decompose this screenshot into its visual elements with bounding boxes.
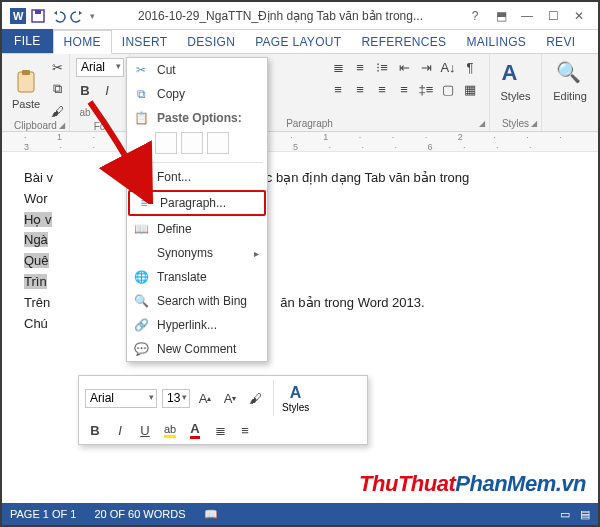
mini-toolbar: Arial 13 A▴ A▾ 🖌 A Styles B I U ab A ≣ ≡: [78, 375, 368, 445]
group-editing: 🔍 Editing: [542, 54, 598, 131]
menu-search-bing[interactable]: 🔍Search with Bing: [127, 289, 267, 313]
line-spacing-icon[interactable]: ‡≡: [417, 80, 435, 98]
redo-icon[interactable]: [70, 8, 86, 24]
styles-button[interactable]: A Styles: [496, 58, 535, 104]
mini-italic-button[interactable]: I: [110, 420, 130, 440]
search-icon: 🔍: [133, 293, 149, 309]
spelling-icon[interactable]: 📖: [204, 508, 218, 521]
tab-mailings[interactable]: MAILINGS: [456, 31, 536, 53]
group-styles: A Styles Styles◢: [490, 54, 542, 131]
justify-icon[interactable]: ≡: [395, 80, 413, 98]
define-icon: 📖: [133, 221, 149, 237]
word-count[interactable]: 20 OF 60 WORDS: [94, 508, 185, 520]
shrink-font-icon[interactable]: A▾: [220, 388, 240, 408]
selected-text: Họ v: [24, 212, 52, 227]
close-icon[interactable]: ✕: [570, 9, 588, 23]
svg-rect-3: [35, 10, 41, 14]
translate-icon: 🌐: [133, 269, 149, 285]
read-mode-icon[interactable]: ▭: [560, 508, 570, 521]
tab-review[interactable]: REVI: [536, 31, 585, 53]
increase-indent-icon[interactable]: ⇥: [417, 58, 435, 76]
svg-text:W: W: [13, 10, 24, 22]
styles-label: Styles: [501, 90, 531, 102]
tab-page-layout[interactable]: PAGE LAYOUT: [245, 31, 351, 53]
comment-icon: 💬: [133, 341, 149, 357]
mini-font-size[interactable]: 13: [162, 389, 190, 408]
cut-icon: ✂: [133, 62, 149, 78]
menu-cut[interactable]: ✂Cut: [127, 58, 267, 82]
save-icon[interactable]: [30, 8, 46, 24]
copy-icon[interactable]: ⧉: [48, 80, 66, 98]
tab-insert[interactable]: INSERT: [112, 31, 178, 53]
cut-icon[interactable]: ✂: [48, 58, 66, 76]
group-clipboard: Paste ✂ ⧉ 🖌 Clipboard◢: [2, 54, 70, 131]
ribbon-tabs: FILE HOME INSERT DESIGN PAGE LAYOUT REFE…: [2, 30, 598, 54]
grow-font-icon[interactable]: A▴: [195, 388, 215, 408]
paste-text-only-icon[interactable]: [207, 132, 229, 154]
mini-font-name[interactable]: Arial: [85, 389, 157, 408]
menu-define[interactable]: 📖Define: [127, 217, 267, 241]
maximize-icon[interactable]: ☐: [544, 9, 562, 23]
help-icon[interactable]: ?: [466, 9, 484, 23]
highlight-icon[interactable]: ab: [160, 420, 180, 440]
styles-group-label: Styles: [502, 118, 529, 129]
svg-rect-5: [22, 70, 30, 75]
menu-new-comment[interactable]: 💬New Comment: [127, 337, 267, 361]
numbering-icon[interactable]: ≡: [351, 58, 369, 76]
bullets-icon[interactable]: ≣: [210, 420, 230, 440]
paragraph-dialog-launcher-icon[interactable]: ◢: [479, 119, 485, 128]
ribbon-display-icon[interactable]: ⬒: [492, 9, 510, 23]
styles-icon: A: [290, 384, 302, 402]
tab-design[interactable]: DESIGN: [177, 31, 245, 53]
quick-access-toolbar: W ▾: [6, 8, 95, 24]
editing-label: Editing: [553, 90, 587, 102]
paragraph-group-label: Paragraph: [286, 118, 333, 129]
tab-references[interactable]: REFERENCES: [351, 31, 456, 53]
paste-button[interactable]: Paste: [8, 66, 44, 112]
font-name-input[interactable]: Arial: [76, 58, 124, 77]
minimize-icon[interactable]: —: [518, 9, 536, 23]
menu-translate[interactable]: 🌐Translate: [127, 265, 267, 289]
annotation-arrow: [80, 94, 170, 204]
page-indicator[interactable]: PAGE 1 OF 1: [10, 508, 76, 520]
clipboard-group-label: Clipboard: [14, 120, 57, 131]
status-bar: PAGE 1 OF 1 20 OF 60 WORDS 📖 ▭ ▤: [2, 503, 598, 525]
mini-bold-button[interactable]: B: [85, 420, 105, 440]
watermark: ThuThuatPhanMem.vn: [359, 471, 586, 497]
align-left-icon[interactable]: ≡: [329, 80, 347, 98]
styles-dialog-launcher-icon[interactable]: ◢: [531, 119, 537, 128]
undo-icon[interactable]: [50, 8, 66, 24]
menu-synonyms[interactable]: Synonyms▸: [127, 241, 267, 265]
shading-icon[interactable]: ▢: [439, 80, 457, 98]
show-marks-icon[interactable]: ¶: [461, 58, 479, 76]
font-color-icon[interactable]: A: [185, 420, 205, 440]
multilevel-icon[interactable]: ⁝≡: [373, 58, 391, 76]
window-controls: ? ⬒ — ☐ ✕: [466, 9, 594, 23]
format-painter-icon[interactable]: 🖌: [245, 388, 265, 408]
paste-label: Paste: [12, 98, 40, 110]
decrease-indent-icon[interactable]: ⇤: [395, 58, 413, 76]
mini-underline-button[interactable]: U: [135, 420, 155, 440]
sort-icon[interactable]: A↓: [439, 58, 457, 76]
paste-merge-icon[interactable]: [181, 132, 203, 154]
word-app-icon: W: [10, 8, 26, 24]
borders-icon[interactable]: ▦: [461, 80, 479, 98]
bullets-icon[interactable]: ≣: [329, 58, 347, 76]
numbering-icon[interactable]: ≡: [235, 420, 255, 440]
align-center-icon[interactable]: ≡: [351, 80, 369, 98]
editing-button[interactable]: 🔍 Editing: [548, 58, 592, 104]
mini-styles-button[interactable]: Styles: [282, 402, 309, 413]
synonyms-icon: [133, 245, 149, 261]
submenu-arrow-icon: ▸: [254, 248, 259, 259]
format-painter-icon[interactable]: 🖌: [48, 102, 66, 120]
title-bar: W ▾ 2016-10-29_NgaTTN_Định dạng Tab văn …: [2, 2, 598, 30]
menu-hyperlink[interactable]: 🔗Hyperlink...: [127, 313, 267, 337]
print-layout-icon[interactable]: ▤: [580, 508, 590, 521]
clipboard-dialog-launcher-icon[interactable]: ◢: [59, 121, 65, 130]
hyperlink-icon: 🔗: [133, 317, 149, 333]
window-title: 2016-10-29_NgaTTN_Định dạng Tab văn bản …: [95, 9, 466, 23]
align-right-icon[interactable]: ≡: [373, 80, 391, 98]
tab-home[interactable]: HOME: [53, 30, 112, 54]
tab-file[interactable]: FILE: [2, 29, 53, 53]
